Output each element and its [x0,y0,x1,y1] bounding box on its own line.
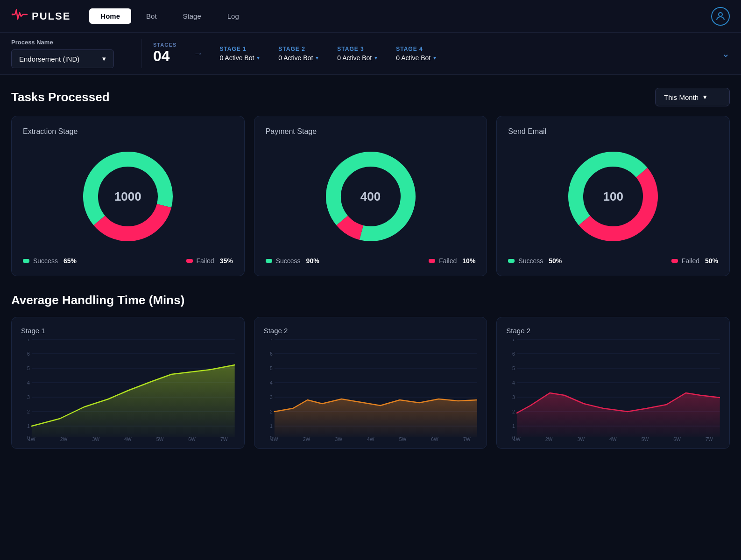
stage-4-chevron-icon: ▾ [433,55,436,61]
stage-3-bot: 0 Active Bot ▾ [337,54,377,62]
line-svg-container-2: 7 6 5 4 3 2 1 0 1W 2W 3W 4W 5W 6W [264,339,478,444]
logo-text: PULSE [32,10,71,22]
expand-button[interactable]: ⌄ [722,48,730,59]
svg-text:5: 5 [27,366,30,371]
svg-text:2W: 2W [60,437,68,442]
line-chart-stage2: Stage 2 7 [254,317,487,449]
success-label: Success [33,257,58,265]
legend-email: Success 50% Failed 50% [508,257,718,265]
svg-text:6W: 6W [674,437,681,442]
svg-marker-26 [32,365,235,437]
svg-text:3W: 3W [578,437,585,442]
stage-4-label: STAGE 4 [396,46,436,52]
line-svg-container-1: 7 6 5 4 3 2 1 0 1W 2W 3W 4W [21,339,235,444]
process-name-section: Process Name Endorsement (IND) ▾ [11,39,142,68]
svg-point-0 [12,14,14,15]
nav-home[interactable]: Home [89,8,131,24]
svg-text:6: 6 [512,351,515,357]
line-chart-stage2b: Stage 2 7 [496,317,730,449]
donut-charts-row: Extraction Stage 1000 Success 65% [11,116,730,276]
svg-text:2: 2 [512,409,515,414]
chart-card-extraction: Extraction Stage 1000 Success 65% [11,116,245,276]
success-label-email: Success [518,257,543,265]
line-svg-container-3: 7 6 5 4 3 2 1 0 1W 2W 3W 4W 5W 6W [506,339,720,444]
stage-3-chevron-icon: ▾ [374,55,377,61]
line-chart-title-1: Stage 1 [21,327,235,335]
svg-text:4W: 4W [367,437,374,442]
user-avatar[interactable] [711,7,730,26]
svg-text:1W: 1W [271,437,278,442]
stage-2-chevron-icon: ▾ [316,55,318,61]
nav-bot[interactable]: Bot [135,8,168,24]
filter-dropdown[interactable]: This Month ▾ [655,88,730,106]
donut-label-extraction: 1000 [114,189,141,204]
failed-label-payment: Failed [439,257,457,265]
svg-text:7: 7 [512,339,515,342]
legend-success-payment: Success 90% [266,257,319,265]
donut-label-email: 100 [603,189,623,204]
chart-title-payment: Payment Stage [266,127,476,136]
stage-1-item[interactable]: STAGE 1 0 Active Bot ▾ [212,46,267,62]
process-value: Endorsement (IND) [19,55,79,63]
svg-text:3: 3 [512,395,515,400]
svg-text:4W: 4W [609,437,617,442]
process-select[interactable]: Endorsement (IND) ▾ [11,49,114,68]
legend-extraction: Success 65% Failed 35% [23,257,233,265]
donut-email: 100 [508,145,718,248]
success-pct-payment: 90% [306,257,319,265]
svg-text:2W: 2W [303,437,310,442]
nav-stage[interactable]: Stage [172,8,212,24]
svg-text:5: 5 [270,366,273,371]
legend-failed-email: Failed 50% [671,257,718,265]
stage-4-bot: 0 Active Bot ▾ [396,54,436,62]
stage-3-item[interactable]: STAGE 3 0 Active Bot ▾ [330,46,385,62]
filter-chevron-icon: ▾ [703,93,707,101]
svg-text:2: 2 [27,409,30,414]
line-charts-row: Stage 1 [11,317,730,449]
success-pct: 65% [64,257,77,265]
stage-2-item[interactable]: STAGE 2 0 Active Bot ▾ [271,46,326,62]
logo: PULSE [11,6,71,26]
line-chart-title-2: Stage 2 [264,327,478,335]
legend-failed-payment: Failed 10% [429,257,475,265]
svg-text:3: 3 [270,395,273,400]
failed-dot-payment [429,259,435,263]
svg-text:7: 7 [270,339,273,342]
svg-text:4W: 4W [124,437,132,442]
legend-failed-extraction: Failed 35% [186,257,233,265]
process-bar: Process Name Endorsement (IND) ▾ STAGES … [0,33,741,75]
stage-4-item[interactable]: STAGE 4 0 Active Bot ▾ [388,46,444,62]
stage-2-bot: 0 Active Bot ▾ [278,54,318,62]
failed-label: Failed [197,257,214,265]
nav-links: Home Bot Stage Log [89,8,711,24]
filter-label: This Month [664,93,699,101]
svg-text:1: 1 [512,424,515,429]
stages-count: STAGES 04 [153,42,176,65]
success-dot [23,259,29,263]
legend-success-extraction: Success 65% [23,257,77,265]
nav-log[interactable]: Log [216,8,250,24]
svg-text:7W: 7W [463,437,471,442]
chart-card-payment: Payment Stage 400 Success 90% [254,116,487,276]
stage-1-chevron-icon: ▾ [257,55,260,61]
svg-text:3: 3 [27,395,30,400]
donut-extraction: 1000 [23,145,233,248]
legend-payment: Success 90% Failed 10% [266,257,476,265]
chevron-down-icon: ▾ [102,55,106,63]
svg-text:3W: 3W [92,437,99,442]
navbar: PULSE Home Bot Stage Log [0,0,741,33]
stage-1-bot: 0 Active Bot ▾ [219,54,260,62]
svg-point-1 [719,13,722,16]
svg-text:6W: 6W [431,437,438,442]
svg-text:6: 6 [270,351,273,357]
svg-text:7W: 7W [706,437,713,442]
svg-text:1: 1 [270,424,273,429]
svg-text:1W: 1W [513,437,521,442]
svg-marker-72 [517,393,720,437]
svg-text:2: 2 [270,409,273,414]
tasks-title: Tasks Processed [11,90,110,105]
stages-section: STAGES 04 → STAGE 1 0 Active Bot ▾ STAGE… [142,42,730,65]
success-pct-email: 50% [549,257,562,265]
chart-title-email: Send Email [508,127,718,136]
success-label-payment: Success [276,257,301,265]
